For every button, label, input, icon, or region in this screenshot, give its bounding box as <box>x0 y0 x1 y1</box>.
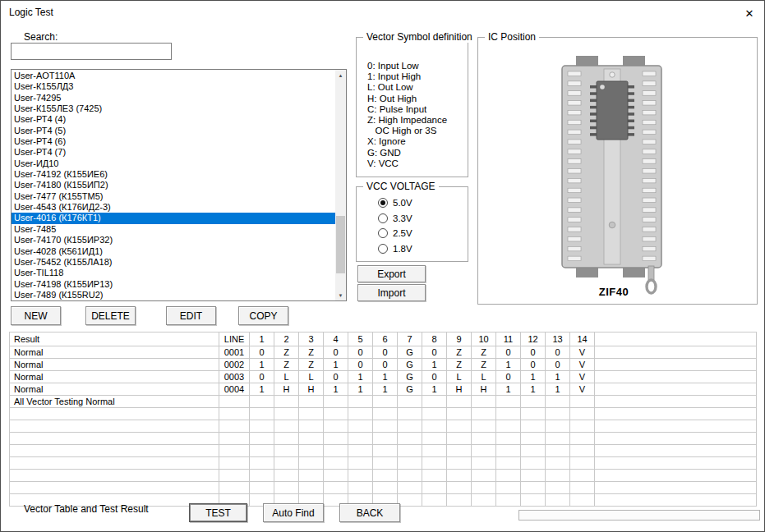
result-row: Normal00030LL011G0LL011V <box>10 371 757 383</box>
import-button[interactable]: Import <box>357 284 426 301</box>
list-item[interactable]: User-РТ4 (7) <box>12 147 335 158</box>
symbol-definition-line: 0: Input Low <box>367 61 447 71</box>
empty-cell <box>250 396 274 408</box>
empty-cell <box>472 494 496 507</box>
pin-cell: 1 <box>348 371 373 383</box>
delete-button[interactable]: DELETE <box>85 306 136 325</box>
list-item[interactable]: User-7489 (К155RU2) <box>12 290 335 300</box>
empty-cell <box>324 408 348 420</box>
list-item[interactable]: User-AOT110A <box>12 71 335 81</box>
test-button[interactable]: TEST <box>189 503 247 522</box>
empty-cell <box>299 433 324 445</box>
empty-cell <box>348 482 373 494</box>
scroll-up-icon[interactable]: ▲ <box>335 70 346 80</box>
empty-cell <box>447 470 472 482</box>
back-button[interactable]: BACK <box>339 503 400 522</box>
table-header-row: ResultLINE1234567891011121314 <box>10 332 757 346</box>
list-item[interactable]: User-К155ЛД3 <box>12 81 335 92</box>
list-item[interactable]: User-74192 (К155ИЕ6) <box>12 169 335 180</box>
vector-symbol-group: Vector Symbol definition 0: Input Low1: … <box>356 37 468 177</box>
list-item[interactable]: User-К155ЛЕ3 (7425) <box>12 103 335 114</box>
pin-cell: 1 <box>373 371 398 383</box>
empty-cell <box>10 445 219 457</box>
vcc-option[interactable]: 3.3V <box>378 211 412 227</box>
progress-bar <box>518 510 760 521</box>
list-item[interactable]: User-4543 (К176ИД2-3) <box>12 202 335 213</box>
list-item[interactable]: User-74180 (К155ИП2) <box>12 180 335 190</box>
list-item[interactable]: User-7477 (К155ТМ5) <box>12 191 335 202</box>
list-item[interactable]: User-ИД10 <box>12 158 335 169</box>
empty-cell <box>546 408 570 420</box>
empty-cell <box>496 445 521 457</box>
list-item[interactable]: User-РТ4 (6) <box>12 136 335 147</box>
scroll-down-icon[interactable]: ▼ <box>335 290 346 300</box>
auto-find-button[interactable]: Auto Find <box>263 503 324 522</box>
pin-cell: G <box>398 346 422 359</box>
empty-cell <box>472 396 496 408</box>
vcc-option[interactable]: 2.5V <box>378 226 412 241</box>
list-item[interactable]: User-РТ4 (4) <box>12 114 335 125</box>
empty-cell <box>422 445 447 457</box>
list-item[interactable]: User-74198 (К155ИР13) <box>12 279 335 290</box>
col-header: 14 <box>570 332 595 346</box>
scroll-thumb[interactable] <box>336 216 345 273</box>
pin-cell: 1 <box>324 359 348 371</box>
vector-symbol-lines: 0: Input Low1: Input HighL: Out LowH: Ou… <box>367 61 447 169</box>
close-icon[interactable]: ✕ <box>740 5 758 21</box>
list-item[interactable]: User-4028 (К561ИД1) <box>12 246 335 257</box>
empty-cell <box>219 420 250 433</box>
vcc-option[interactable]: 1.8V <box>378 241 412 257</box>
empty-cell <box>570 433 595 445</box>
new-button[interactable]: NEW <box>11 306 61 325</box>
pin-cell: Z <box>447 346 472 359</box>
vcc-voltage-group: VCC VOLTAGE 5.0V3.3V2.5V1.8V <box>356 186 468 262</box>
list-item[interactable]: User-TIL118 <box>12 268 335 278</box>
radio-icon <box>378 228 388 238</box>
list-item[interactable]: User-74295 <box>12 93 335 103</box>
result-cell: Normal <box>10 383 219 396</box>
list-item[interactable]: User-РТ4 (5) <box>12 126 335 136</box>
copy-button[interactable]: COPY <box>238 306 288 325</box>
empty-cell <box>422 457 447 470</box>
pin-cell: H <box>274 383 299 396</box>
search-input[interactable] <box>11 43 172 60</box>
list-item[interactable]: User-74170 (К155ИР32) <box>12 235 335 245</box>
empty-cell <box>521 457 546 470</box>
ic-list-items: User-AOT110AUser-К155ЛД3User-74295User-К… <box>12 71 335 300</box>
list-item[interactable]: User-75452 (К155ЛА18) <box>12 257 335 268</box>
empty-cell <box>398 457 422 470</box>
empty-cell <box>274 396 299 408</box>
empty-cell <box>546 396 570 408</box>
list-item[interactable]: User-4016 (К176КТ1) <box>12 213 335 223</box>
vcc-option[interactable]: 5.0V <box>378 195 412 211</box>
col-header: 8 <box>422 332 447 346</box>
empty-row <box>10 433 757 445</box>
empty-cell <box>274 445 299 457</box>
pin-cell: Z <box>472 359 496 371</box>
col-header: 9 <box>447 332 472 346</box>
list-item[interactable]: User-7485 <box>12 224 335 235</box>
empty-cell <box>570 494 595 507</box>
pin-cell: Z <box>274 346 299 359</box>
col-header: 6 <box>373 332 398 346</box>
empty-cell <box>570 470 595 482</box>
export-button[interactable]: Export <box>357 265 426 282</box>
empty-cell <box>521 482 546 494</box>
col-header: 10 <box>472 332 496 346</box>
pin-cell: V <box>570 371 595 383</box>
pin-cell: 0 <box>496 371 521 383</box>
symbol-definition-line: H: Out High <box>367 94 447 104</box>
empty-cell <box>219 470 250 482</box>
edit-button[interactable]: EDIT <box>166 306 216 325</box>
empty-cell <box>595 408 757 420</box>
pin-cell: 1 <box>546 383 570 396</box>
empty-cell <box>447 445 472 457</box>
empty-row <box>10 482 757 494</box>
list-scrollbar[interactable]: ▲ ▼ <box>335 70 346 300</box>
empty-cell <box>570 457 595 470</box>
col-header: 5 <box>348 332 373 346</box>
empty-cell <box>472 433 496 445</box>
empty-row <box>10 457 757 470</box>
empty-cell <box>219 482 250 494</box>
pin-cell: 0 <box>521 359 546 371</box>
